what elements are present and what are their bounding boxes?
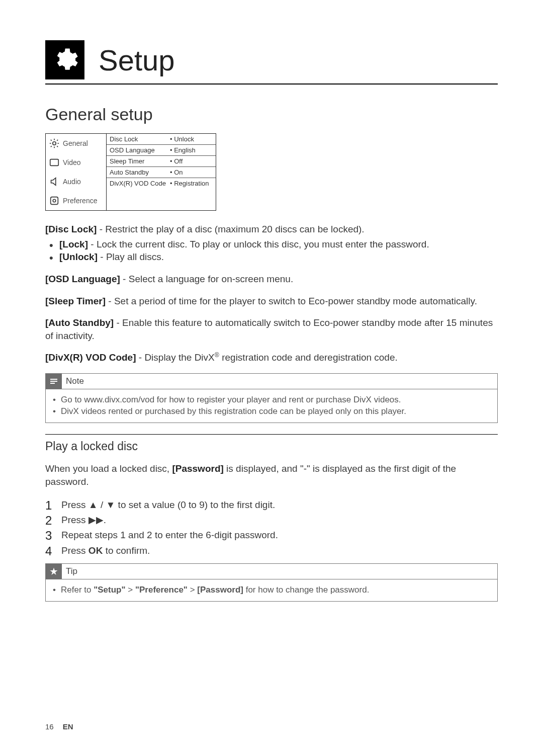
gear-icon — [45, 40, 84, 79]
callout-header: Note — [46, 374, 497, 389]
callout-header: Tip — [46, 564, 497, 579]
setting-label: OSD Language — [110, 146, 170, 154]
menu-row: Auto StandbyOn — [107, 167, 216, 178]
callout-body: Go to www.divx.com/vod for how to regist… — [46, 389, 497, 423]
general-icon — [49, 138, 60, 149]
svg-point-0 — [53, 142, 56, 145]
list-item: [Lock] - Lock the current disc. To play … — [59, 238, 498, 251]
menu-illustration: General Video Audio Preference Disc Lock… — [45, 133, 216, 211]
audio-icon — [49, 176, 60, 187]
setting-value: Registration — [170, 180, 209, 187]
list-item: Refer to "Setup" > "Preference" > [Passw… — [53, 584, 490, 596]
menu-tab-label: Video — [63, 158, 81, 166]
page-title: Setup — [99, 43, 175, 77]
menu-tab-label: Preference — [63, 197, 97, 205]
list-item: Press ▲ / ▼ to set a value (0 to 9) to t… — [45, 497, 498, 513]
desc-divx: [DivX(R) VOD Code] - Display the DivX® r… — [45, 351, 498, 364]
menu-settings: Disc LockUnlock OSD LanguageEnglish Slee… — [106, 134, 216, 210]
note-icon — [46, 374, 62, 389]
preference-icon — [49, 195, 60, 206]
section-title: General setup — [45, 105, 498, 124]
menu-tab-video: Video — [46, 153, 106, 172]
page-footer: 16 EN — [45, 722, 73, 731]
setting-label: DivX(R) VOD Code — [110, 180, 170, 187]
menu-tab-general: General — [46, 134, 106, 153]
list-item: Go to www.divx.com/vod for how to regist… — [53, 394, 490, 406]
setting-label: Sleep Timer — [110, 157, 170, 165]
menu-tab-preference: Preference — [46, 191, 106, 210]
setting-value: English — [170, 146, 196, 154]
fast-forward-icon: ▶▶ — [88, 515, 104, 525]
menu-row: DivX(R) VOD CodeRegistration — [107, 178, 216, 210]
menu-tabs: General Video Audio Preference — [46, 134, 106, 210]
list-item: Press OK to confirm. — [45, 543, 498, 558]
play-steps: Press ▲ / ▼ to set a value (0 to 9) to t… — [45, 497, 498, 559]
up-icon: ▲ — [88, 499, 98, 510]
desc-osd: [OSD Language] - Select a language for o… — [45, 273, 498, 286]
tip-icon — [46, 564, 62, 579]
menu-row: Disc LockUnlock — [107, 134, 216, 145]
callout-body: Refer to "Setup" > "Preference" > [Passw… — [46, 579, 497, 601]
desc-disc-lock: [Disc Lock] - Restrict the play of a dis… — [45, 223, 498, 236]
note-callout: Note Go to www.divx.com/vod for how to r… — [45, 373, 498, 423]
list-item: Press ▶▶. — [45, 513, 498, 528]
desc-sleep: [Sleep Timer] - Set a period of time for… — [45, 295, 498, 308]
setting-value: Unlock — [170, 135, 194, 143]
menu-row: OSD LanguageEnglish — [107, 145, 216, 156]
callout-title: Note — [66, 374, 84, 388]
menu-tab-label: Audio — [63, 178, 81, 186]
play-locked-section: Play a locked disc When you load a locke… — [45, 434, 498, 558]
menu-tab-label: General — [63, 139, 88, 147]
tip-callout: Tip Refer to "Setup" > "Preference" > [P… — [45, 563, 498, 602]
menu-row: Sleep TimerOff — [107, 156, 216, 167]
menu-tab-audio: Audio — [46, 172, 106, 191]
disc-lock-options: [Lock] - Lock the current disc. To play … — [45, 238, 498, 264]
setting-value: Off — [170, 157, 183, 165]
setting-label: Auto Standby — [110, 169, 170, 176]
subsection-title: Play a locked disc — [45, 440, 498, 453]
down-icon: ▼ — [106, 499, 116, 510]
list-item: [Unlock] - Play all discs. — [59, 250, 498, 264]
svg-rect-2 — [51, 197, 58, 205]
page-header: Setup — [45, 40, 498, 85]
play-intro: When you load a locked disc, [Password] … — [45, 462, 498, 488]
list-item: DivX videos rented or purchased by this … — [53, 406, 490, 417]
page-lang: EN — [63, 722, 73, 731]
body-content: [Disc Lock] - Restrict the play of a dis… — [45, 223, 498, 364]
list-item: Repeat steps 1 and 2 to enter the 6-digi… — [45, 528, 498, 543]
svg-rect-1 — [50, 159, 59, 166]
desc-auto: [Auto Standby] - Enable this feature to … — [45, 316, 498, 342]
setting-value: On — [170, 169, 183, 176]
callout-title: Tip — [66, 564, 77, 578]
svg-point-3 — [53, 199, 56, 202]
page-number: 16 — [45, 722, 54, 731]
video-icon — [49, 157, 60, 168]
setting-label: Disc Lock — [110, 135, 170, 143]
